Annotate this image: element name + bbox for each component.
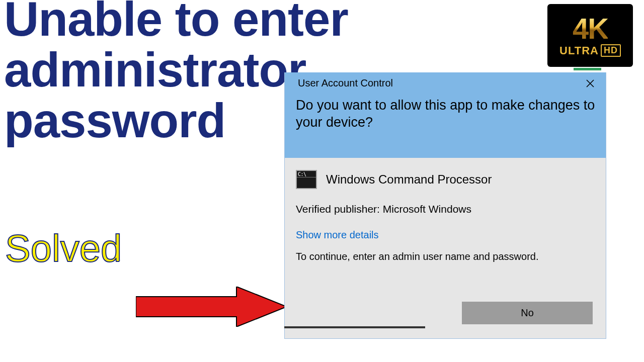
badge-4k-bottom: ULTRA HD <box>559 44 621 57</box>
badge-hd-box: HD <box>601 44 621 57</box>
uac-header: User Account Control Do you want to allo… <box>285 72 606 158</box>
underline-decor <box>284 326 425 328</box>
uac-window-title: User Account Control <box>294 77 597 89</box>
badge-4k-top: 4K <box>573 14 608 43</box>
no-button[interactable]: No <box>462 302 593 324</box>
uac-question: Do you want to allow this app to make ch… <box>294 97 597 131</box>
svg-marker-0 <box>136 287 287 327</box>
uac-app-name: Windows Command Processor <box>326 172 492 187</box>
uac-dialog: User Account Control Do you want to allo… <box>284 72 606 339</box>
close-icon[interactable] <box>582 76 599 90</box>
uac-publisher: Verified publisher: Microsoft Windows <box>296 203 595 215</box>
badge-ultra-text: ULTRA <box>559 44 599 57</box>
right-arrow-icon <box>136 287 287 327</box>
cmd-icon <box>296 170 317 189</box>
accent-line <box>574 68 601 70</box>
show-more-details-link[interactable]: Show more details <box>296 229 379 241</box>
solved-label: Solved <box>5 226 122 270</box>
uac-body: Windows Command Processor Verified publi… <box>285 158 606 272</box>
uac-continue-text: To continue, enter an admin user name an… <box>296 251 595 262</box>
badge-4k: 4K ULTRA HD <box>547 4 633 67</box>
uac-footer: No <box>462 302 593 324</box>
uac-app-row: Windows Command Processor <box>296 170 595 189</box>
